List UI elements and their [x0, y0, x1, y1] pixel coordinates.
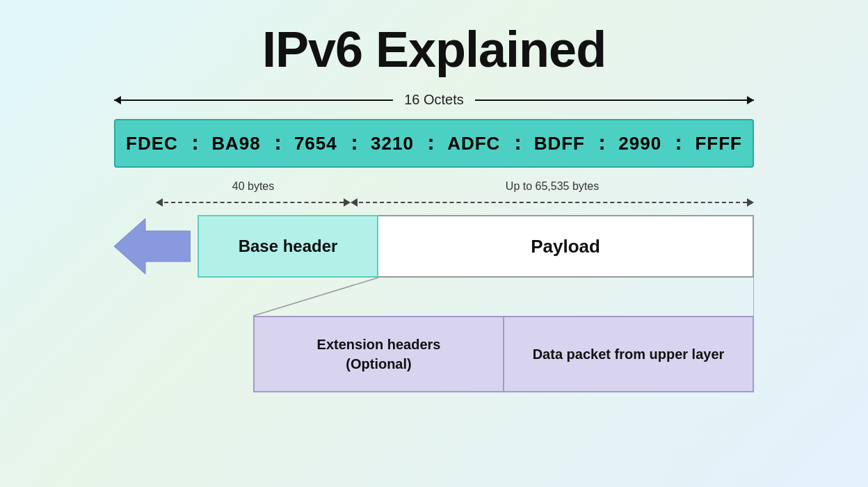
ipv6-seg-3: 3210 [371, 133, 414, 154]
svg-line-1 [253, 278, 378, 316]
octets-arrow-line-left [114, 99, 393, 101]
expansion-lines-svg [114, 278, 754, 316]
octets-arrow-line-right [475, 99, 754, 101]
page-title: IPv6 Explained [262, 21, 606, 78]
dashed-labels-row: 40 bytes Up to 65,535 bytes [114, 180, 754, 193]
arrow-head-right-40 [344, 198, 351, 207]
ext-headers-label: Extension headers(Optional) [317, 335, 441, 374]
data-packet-label: Data packet from upper layer [533, 346, 725, 362]
data-packet-box: Data packet from upper layer [504, 316, 754, 392]
ipv6-seg-5: BDFF [534, 133, 585, 154]
forty-bytes-label: 40 bytes [114, 180, 351, 193]
payload-label: Payload [531, 236, 600, 257]
dashed-arrows-row [114, 193, 754, 212]
base-header-box: Base header [198, 215, 378, 278]
extension-headers-box: Extension headers(Optional) [253, 316, 504, 392]
ipv6-address-bar: FDEC ： BA98 ： 7654 ： 3210 ： ADFC ： BDFF … [114, 119, 754, 168]
octets-arrow: 16 Octets [114, 92, 754, 108]
ipv6-colon-1: ： [268, 130, 287, 157]
ipv6-colon-2: ： [344, 130, 364, 157]
base-header-label: Base header [239, 237, 338, 256]
ipv6-colon-5: ： [592, 130, 611, 157]
upto-label: Up to 65,535 bytes [351, 180, 754, 193]
octets-section: 16 Octets [114, 92, 754, 112]
expansion-section [114, 278, 754, 316]
arrow-head-left-65535 [351, 198, 357, 207]
big-left-arrow [114, 215, 198, 278]
arrow-head-right-65535 [747, 198, 754, 207]
page-container: IPv6 Explained 16 Octets FDEC ： BA98 ： 7… [0, 0, 868, 487]
octets-label: 16 Octets [393, 92, 475, 108]
ipv6-colon-6: ： [668, 130, 688, 157]
dashed-line-right [359, 202, 747, 203]
ipv6-seg-0: FDEC [126, 133, 178, 154]
ipv6-colon-0: ： [185, 130, 204, 157]
octets-label-row: 16 Octets [114, 92, 754, 108]
ipv6-seg-6: 2990 [618, 133, 661, 154]
dashed-arrow-65535 [351, 198, 754, 207]
ipv6-colon-4: ： [508, 130, 527, 157]
packet-row: Base header Payload [114, 215, 754, 278]
payload-box: Payload [378, 215, 754, 278]
dashed-line-left [164, 202, 344, 203]
ipv6-seg-4: ADFC [447, 133, 500, 154]
lower-boxes-row: Extension headers(Optional) Data packet … [253, 316, 754, 392]
big-arrow-svg [114, 218, 191, 274]
ipv6-seg-2: 7654 [294, 133, 337, 154]
ipv6-seg-1: BA98 [211, 133, 260, 154]
dashed-arrow-40bytes [114, 198, 351, 207]
arrow-head-left [156, 198, 163, 207]
svg-marker-0 [114, 218, 191, 274]
ipv6-seg-7: FFFF [695, 133, 742, 154]
ipv6-colon-3: ： [421, 130, 440, 157]
dashed-section: 40 bytes Up to 65,535 bytes [114, 180, 754, 212]
